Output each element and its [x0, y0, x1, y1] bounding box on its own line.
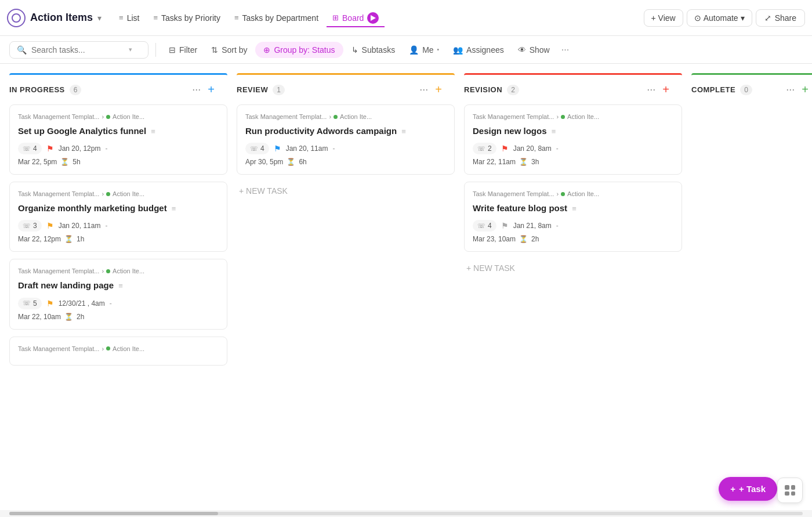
new-task-button[interactable]: + NEW TASK	[237, 182, 455, 200]
column-more-in-progress[interactable]: ···	[188, 82, 204, 97]
card-title: Run productivity Adwords campaign ≡	[245, 125, 446, 137]
column-add-in-progress[interactable]: +	[204, 82, 218, 97]
card-title: Draft new landing page ≡	[18, 279, 219, 291]
column-count-complete: 0	[740, 85, 752, 95]
priority-flag: ⚑	[46, 299, 54, 308]
task-card[interactable]: Task Management Templat... › Action Ite.…	[464, 104, 682, 175]
column-title-complete: COMPLETE	[691, 85, 735, 94]
column-header-complete: COMPLETE 0 ··· +	[691, 73, 812, 104]
subtask-phone-icon: ☏	[477, 145, 485, 153]
column-more-complete[interactable]: ···	[782, 82, 798, 97]
subtask-count: ☏ 5	[18, 298, 42, 309]
column-add-revision[interactable]: +	[659, 82, 673, 97]
status-dot	[106, 115, 110, 119]
task-card[interactable]: Task Management Templat... › Action Ite.…	[9, 259, 227, 329]
task-card[interactable]: Task Management Templat... › Action Ite.…	[464, 182, 682, 252]
group-icon: ⊕	[263, 45, 270, 55]
column-body-complete	[691, 104, 812, 109]
column-more-review[interactable]: ···	[416, 82, 432, 97]
card-end-date: Mar 22, 5pm	[18, 158, 57, 166]
assignees-icon: 👥	[453, 45, 463, 55]
card-meta: ☏ 2 ⚑ Jan 20, 8am -	[473, 143, 673, 154]
breadcrumb-dot	[106, 346, 110, 350]
nav-board[interactable]: ⊞ Board	[327, 9, 385, 27]
me-button[interactable]: 👤 Me •	[403, 42, 445, 58]
share-label: Share	[775, 13, 796, 23]
column-title-in-progress: IN PROGRESS	[9, 85, 65, 94]
hourglass-icon: ⏳	[60, 158, 69, 166]
share-icon: ⤢	[764, 13, 771, 23]
new-task-button[interactable]: + NEW TASK	[464, 259, 682, 277]
task-card[interactable]: Task Management Templat... › Action Ite.…	[9, 182, 227, 252]
task-card[interactable]: Task Management Templat... › Action Ite.…	[237, 104, 455, 175]
horizontal-scrollbar[interactable]	[0, 510, 812, 517]
card-footer: Mar 22, 10am ⏳ 2h	[18, 313, 219, 321]
card-breadcrumb: Task Management Templat... › Action Ite.…	[473, 113, 673, 120]
hourglass-icon: ⏳	[287, 158, 295, 166]
card-start-date: Jan 21, 8am	[513, 222, 552, 230]
card-start-date: Jan 20, 12pm	[59, 144, 101, 153]
card-duration: 2h	[77, 313, 84, 321]
toolbar: 🔍 ▾ ⊟ Filter ⇅ Sort by ⊕ Group by: Statu…	[0, 36, 812, 64]
add-task-fab[interactable]: + + Task	[719, 477, 777, 501]
nav-tasks-by-priority[interactable]: ≡ Tasks by Priority	[147, 10, 226, 26]
card-date-dash: -	[332, 144, 335, 153]
search-icon: 🔍	[17, 45, 27, 55]
column-body-review: Task Management Templat... › Action Ite.…	[237, 104, 455, 205]
card-footer: Apr 30, 5pm ⏳ 6h	[245, 158, 446, 166]
fab-plus: +	[730, 484, 735, 494]
assignees-button[interactable]: 👥 Assignees	[447, 42, 510, 58]
subtask-phone-icon: ☏	[23, 299, 31, 307]
nav-list[interactable]: ≡ List	[113, 10, 145, 26]
priority-flag: ⚑	[46, 221, 54, 230]
status-dot	[561, 192, 565, 196]
list-lines-icon: ≡	[172, 204, 176, 213]
card-date-dash: -	[556, 144, 559, 153]
toolbar-divider	[155, 43, 156, 57]
card-partial[interactable]: Task Management Templat... › Action Ite.…	[9, 337, 227, 366]
priority-flag: ⚑	[501, 221, 509, 230]
more-button[interactable]: ···	[558, 41, 572, 59]
share-button[interactable]: ⤢ Share	[756, 9, 805, 27]
list-lines-icon: ≡	[572, 204, 577, 213]
column-add-review[interactable]: +	[432, 82, 445, 97]
column-more-revision[interactable]: ···	[643, 82, 659, 97]
scrollbar-thumb[interactable]	[9, 512, 218, 515]
priority-flag: ⚑	[46, 144, 54, 153]
app-title-dropdown[interactable]: ▾	[97, 13, 102, 23]
column-add-complete[interactable]: +	[798, 82, 812, 97]
card-footer: Mar 22, 5pm ⏳ 5h	[18, 158, 219, 166]
automate-button[interactable]: ⊙ Automate ▾	[687, 9, 752, 27]
department-icon: ≡	[234, 13, 239, 22]
show-icon: 👁	[518, 45, 526, 55]
priority-flag: ⚑	[274, 144, 281, 153]
subtasks-button[interactable]: ↳ Subtasks	[346, 42, 401, 58]
scrollbar-track	[9, 512, 803, 515]
card-duration: 1h	[77, 235, 84, 243]
column-title-review: REVIEW	[237, 85, 268, 94]
card-title: Design new logos ≡	[473, 125, 673, 137]
group-status-button[interactable]: ⊕ Group by: Status	[255, 42, 343, 58]
card-footer: Mar 22, 11am ⏳ 3h	[473, 158, 673, 166]
grid-view-button[interactable]	[777, 478, 803, 503]
status-dot	[334, 115, 338, 119]
card-breadcrumb: Task Management Templat... › Action Ite.…	[18, 345, 219, 352]
status-dot	[106, 269, 110, 273]
filter-button[interactable]: ⊟ Filter	[163, 42, 203, 58]
column-review: REVIEW 1 ··· + Task Management Templat..…	[237, 73, 455, 205]
list-lines-icon: ≡	[151, 127, 155, 136]
task-card[interactable]: Task Management Templat... › Action Ite.…	[9, 104, 227, 175]
show-button[interactable]: 👁 Show	[512, 42, 556, 58]
card-end-date: Mar 23, 10am	[473, 235, 516, 243]
card-duration: 2h	[531, 235, 539, 243]
sort-button[interactable]: ⇅ Sort by	[205, 42, 253, 58]
nav-tasks-by-department[interactable]: ≡ Tasks by Department	[229, 10, 324, 26]
view-button[interactable]: + View	[644, 9, 683, 27]
search-input[interactable]	[31, 45, 124, 55]
card-meta: ☏ 4 ⚑ Jan 20, 12pm -	[18, 143, 219, 154]
column-header-revision: REVISION 2 ··· +	[464, 73, 682, 104]
card-duration: 3h	[531, 158, 539, 166]
card-meta: ☏ 4 ⚑ Jan 21, 8am -	[473, 220, 673, 232]
list-lines-icon: ≡	[401, 127, 406, 136]
search-box[interactable]: 🔍 ▾	[9, 41, 148, 59]
